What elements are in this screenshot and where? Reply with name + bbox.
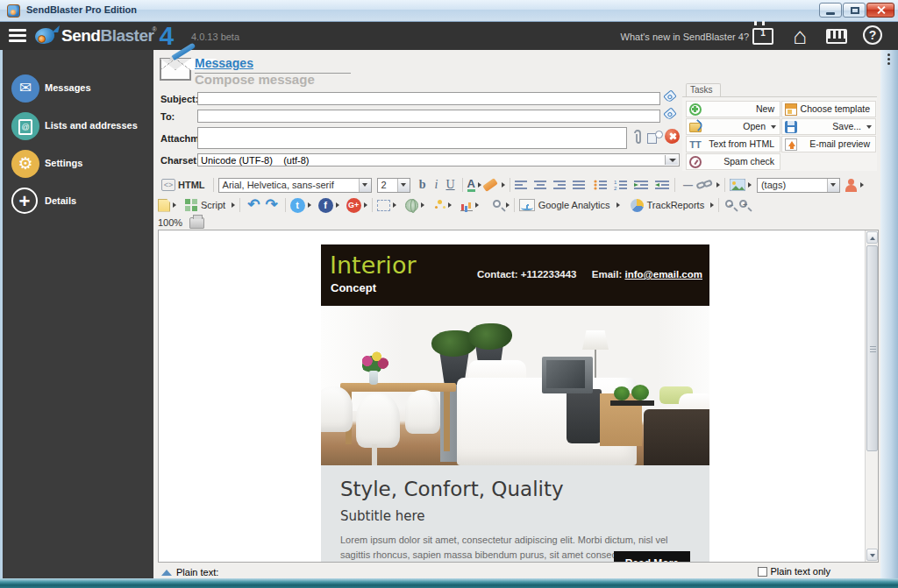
choose-template-button[interactable]: Choose template (781, 101, 876, 117)
trackreports-button[interactable]: TrackReports (644, 198, 709, 212)
whats-new-link[interactable]: What's new in SendBlaster 4? (621, 32, 749, 42)
facebook-icon[interactable]: f (318, 198, 333, 213)
font-size-select[interactable]: 2 (377, 178, 410, 193)
minimize-button[interactable] (819, 3, 842, 18)
chevron-right-icon[interactable] (616, 202, 620, 208)
chevron-right-icon[interactable] (308, 202, 311, 208)
chevron-right-icon[interactable] (478, 182, 481, 188)
font-family-select[interactable]: Arial, Helvetica, sans-serif (218, 178, 372, 193)
menu-icon[interactable] (9, 29, 26, 43)
scrollbar-thumb[interactable] (866, 245, 878, 451)
align-left-icon[interactable] (515, 180, 528, 191)
expand-up-icon[interactable] (161, 570, 172, 576)
scroll-down-icon[interactable] (866, 549, 878, 561)
save-button[interactable]: Save... (781, 118, 876, 135)
insert-image-icon[interactable] (730, 179, 745, 191)
subject-input[interactable] (197, 92, 660, 105)
bullet-list-icon[interactable] (594, 180, 608, 191)
plain-text-only-checkbox[interactable] (758, 567, 767, 577)
html-source-button[interactable]: <>HTML (158, 177, 209, 193)
script-button[interactable]: Script (197, 198, 229, 212)
video-tutorials-icon[interactable] (826, 25, 847, 46)
read-more-button[interactable]: Read More (614, 551, 690, 563)
remove-attachment-icon[interactable] (665, 129, 680, 144)
underline-button[interactable]: U (444, 178, 458, 192)
chevron-right-icon[interactable] (716, 182, 720, 188)
indent-icon[interactable] (634, 180, 649, 191)
find-person-icon[interactable] (489, 198, 503, 212)
grip-dots-icon[interactable] (887, 53, 890, 67)
email-link[interactable]: info@email.com (624, 269, 702, 280)
chevron-right-icon[interactable] (232, 202, 235, 208)
message-editor[interactable]: Interior Concept Contact: +112233443 Ema… (158, 230, 879, 563)
maximize-button[interactable] (843, 3, 866, 18)
recipient-fields-icon[interactable] (845, 179, 858, 192)
attachments-input[interactable] (197, 127, 627, 149)
chevron-right-icon[interactable] (336, 202, 339, 208)
chart-icon[interactable] (460, 200, 473, 211)
page-title[interactable]: Messages (195, 56, 253, 70)
recent-attachments-icon[interactable] (647, 131, 663, 145)
redo-icon[interactable]: ↷ (262, 199, 280, 211)
to-tag-icon[interactable] (665, 108, 679, 120)
calendar-icon[interactable]: 1 (752, 25, 773, 46)
zoom-in-icon[interactable]: + (738, 198, 752, 212)
chevron-right-icon[interactable] (173, 202, 176, 208)
snippets-icon[interactable] (185, 199, 197, 211)
italic-button[interactable]: i (430, 178, 444, 192)
font-color-button[interactable]: A (467, 178, 475, 192)
template-icon (785, 103, 797, 116)
chevron-right-icon[interactable] (364, 202, 367, 208)
close-button[interactable] (866, 3, 894, 18)
editor-scrollbar[interactable] (865, 230, 878, 562)
highlight-button[interactable] (482, 178, 498, 192)
link-icon[interactable] (696, 179, 714, 191)
bold-button[interactable]: b (416, 178, 430, 192)
new-button[interactable]: New (686, 101, 780, 117)
charset-select[interactable]: Unicode (UTF-8) (utf-8) (197, 153, 680, 166)
undo-icon[interactable]: ↶ (245, 199, 262, 211)
align-center-icon[interactable] (534, 180, 547, 191)
help-icon[interactable]: ? (863, 25, 882, 45)
open-button[interactable]: Open (686, 118, 780, 135)
chevron-down-icon (359, 179, 371, 192)
web-page-icon[interactable] (405, 199, 418, 212)
to-input[interactable] (197, 110, 660, 123)
chevron-right-icon[interactable] (393, 202, 396, 208)
effects-icon[interactable] (433, 199, 445, 211)
sidebar-item-settings[interactable]: ⚙ Settings (3, 147, 153, 185)
note-page-icon[interactable] (158, 199, 170, 212)
zoom-out-icon[interactable]: − (723, 198, 738, 212)
home-icon[interactable]: ⌂ (789, 25, 810, 46)
googleplus-icon[interactable]: G+ (346, 198, 361, 213)
google-analytics-button[interactable]: Google Analytics (535, 198, 614, 212)
chevron-right-icon[interactable] (448, 202, 452, 208)
attach-file-paperclip-icon[interactable] (631, 129, 644, 146)
numbered-list-icon[interactable]: 12 (614, 180, 628, 191)
sidebar-item-details[interactable]: + Details (3, 185, 153, 223)
chevron-right-icon[interactable] (475, 202, 479, 208)
horizontal-rule-button[interactable]: — (680, 178, 696, 192)
chevron-right-icon[interactable] (748, 182, 752, 188)
tasks-panel: Tasks New Choose template Open Save... T… (682, 83, 877, 171)
outdent-icon[interactable] (655, 180, 670, 191)
justify-icon[interactable] (573, 180, 586, 191)
text-from-html-button[interactable]: TTText from HTML (686, 136, 780, 152)
spam-check-button[interactable]: Spam check (686, 153, 780, 170)
print-icon[interactable] (189, 217, 204, 229)
sidebar-item-lists-and-addresses[interactable]: @ Lists and addresses (3, 110, 153, 147)
chevron-right-icon[interactable] (860, 182, 864, 188)
subject-tag-icon[interactable] (665, 90, 679, 103)
chevron-right-icon[interactable] (421, 202, 424, 208)
chevron-right-icon[interactable] (502, 182, 505, 188)
twitter-icon[interactable]: t (290, 198, 305, 213)
sidebar-item-messages[interactable]: ✉ Messages (3, 72, 153, 110)
scroll-up-icon[interactable] (866, 231, 878, 244)
chevron-right-icon[interactable] (710, 202, 714, 208)
table-border-icon[interactable] (377, 200, 390, 211)
zoom-level-label[interactable]: 100% (158, 217, 182, 228)
chevron-right-icon[interactable] (506, 202, 510, 208)
align-right-icon[interactable] (553, 180, 567, 191)
tags-select[interactable]: (tags) (757, 178, 840, 193)
email-preview-button[interactable]: E-mail preview (781, 136, 876, 152)
